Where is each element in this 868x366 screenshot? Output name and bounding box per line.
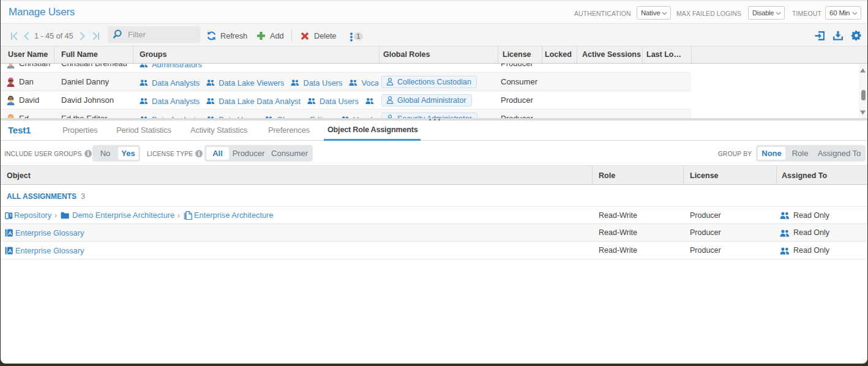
svg-text:A: A bbox=[8, 230, 12, 236]
svg-text:A: A bbox=[8, 248, 12, 254]
